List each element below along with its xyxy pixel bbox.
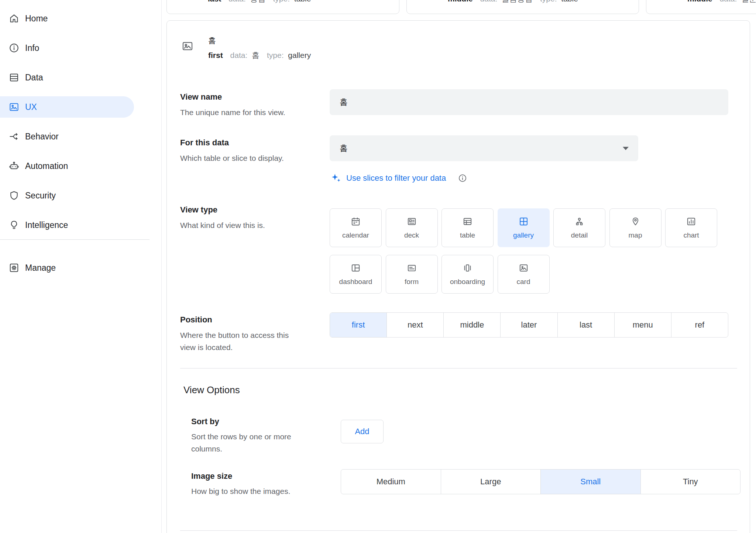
form-icon [406, 263, 417, 275]
sidebar-item-automation[interactable]: Automation [0, 155, 134, 177]
view-card-meta: last data: 응답 type: table [208, 0, 311, 4]
view-type-calendar[interactable]: calendar [330, 208, 382, 247]
view-type-deck[interactable]: deck [386, 208, 438, 247]
view-type-card[interactable]: card [498, 255, 550, 294]
ux-icon [8, 101, 20, 113]
info-icon[interactable] [458, 173, 467, 183]
position-option-first[interactable]: first [330, 313, 386, 337]
view-data-source: 홈 [252, 51, 260, 59]
sidebar-item-label: Data [25, 73, 43, 83]
view-type-onboarding[interactable]: onboarding [441, 255, 494, 294]
chart-icon [686, 216, 697, 228]
gallery-view-icon [181, 40, 194, 52]
view-type-dashboard[interactable]: dashboard [330, 255, 382, 294]
position-option-next[interactable]: next [386, 313, 443, 337]
for-this-data-description: Which table or slice to display. [180, 152, 284, 165]
view-type-value: table [294, 0, 311, 3]
data-source-select[interactable]: 홈 [330, 135, 638, 161]
position-label: Position [180, 315, 212, 325]
view-type-label: View type [180, 205, 217, 215]
sidebar-item-info[interactable]: Info [0, 37, 134, 59]
view-card-partial[interactable]: last data: 응답 type: table [166, 0, 399, 14]
view-type-map[interactable]: map [609, 208, 662, 247]
content-divider [161, 0, 162, 533]
sidebar-item-data[interactable]: Data [0, 67, 134, 88]
sidebar-divider [0, 239, 150, 240]
view-position: first [208, 51, 223, 59]
info-icon [8, 42, 20, 53]
position-option-later[interactable]: later [500, 313, 557, 337]
image-size-description: How big to show the images. [191, 485, 290, 498]
sidebar-item-ux[interactable]: UX [0, 96, 134, 118]
view-options-title: View Options [183, 384, 240, 396]
sort-by-description: Sort the rows by one or more columns. [191, 431, 306, 455]
chevron-down-icon [623, 147, 629, 150]
shield-icon [8, 190, 20, 201]
image-size-option-small[interactable]: Small [540, 470, 640, 494]
gallery-icon [518, 216, 529, 228]
home-icon [8, 13, 20, 24]
add-sort-button[interactable]: Add [341, 420, 384, 443]
sparkle-icon [330, 173, 341, 184]
image-size-option-large[interactable]: Large [441, 470, 541, 494]
sidebar-item-label: Info [25, 43, 39, 53]
view-position: last [208, 0, 221, 3]
view-type-value: table [561, 0, 578, 3]
sidebar: Home Info Data UX Behavior [0, 0, 161, 533]
image-size-option-tiny[interactable]: Tiny [640, 470, 740, 494]
view-card-meta: middle data: 불금응답 type: table [448, 0, 578, 4]
dashboard-icon [350, 263, 361, 275]
sidebar-item-behavior[interactable]: Behavior [0, 126, 134, 147]
view-card-partial[interactable]: middle data: 불금응답 type: table [406, 0, 639, 14]
sidebar-item-security[interactable]: Security [0, 185, 134, 206]
detail-icon [574, 216, 585, 228]
view-name-input[interactable] [330, 89, 728, 115]
view-type-options: calendar deck table gallery detail map [330, 208, 718, 294]
section-divider [180, 530, 737, 531]
image-size-label: Image size [191, 471, 232, 481]
position-option-last[interactable]: last [557, 313, 614, 337]
deck-icon [406, 216, 417, 228]
lightbulb-icon [8, 219, 20, 231]
view-card-partial[interactable]: middle data: 설문 type: table [646, 0, 756, 14]
view-name-label: View name [180, 92, 222, 102]
sort-by-label: Sort by [191, 417, 219, 426]
sidebar-item-label: Security [25, 191, 56, 201]
sidebar-item-intelligence[interactable]: Intelligence [0, 214, 134, 236]
position-option-middle[interactable]: middle [443, 313, 500, 337]
view-type-chart[interactable]: chart [665, 208, 717, 247]
onboarding-icon [462, 263, 473, 275]
view-card-meta: middle data: 설문 type: table [687, 0, 756, 4]
position-option-ref[interactable]: ref [671, 313, 728, 337]
use-slices-row: Use slices to filter your data [330, 173, 467, 184]
sidebar-item-label: Automation [25, 161, 68, 171]
map-pin-icon [630, 216, 641, 228]
view-data-source: 설문 [741, 0, 756, 3]
view-type-detail[interactable]: detail [553, 208, 605, 247]
position-option-menu[interactable]: menu [614, 313, 671, 337]
use-slices-link[interactable]: Use slices to filter your data [346, 173, 446, 183]
view-position: middle [687, 0, 712, 3]
sidebar-item-label: Intelligence [25, 220, 68, 230]
sidebar-item-home[interactable]: Home [0, 8, 134, 29]
manage-gear-icon [8, 262, 20, 273]
automation-icon [8, 160, 20, 172]
view-type-form[interactable]: form [386, 255, 438, 294]
view-card-meta: first data: 홈 type: gallery [208, 50, 311, 60]
section-divider [180, 368, 737, 368]
view-title: 홈 [208, 35, 216, 46]
view-type-value: gallery [288, 51, 311, 59]
table-icon [462, 216, 473, 228]
position-segmented-control: first next middle later last menu ref [330, 312, 728, 338]
view-type-gallery[interactable]: gallery [498, 208, 550, 247]
sidebar-item-manage[interactable]: Manage [0, 257, 134, 278]
view-type-table[interactable]: table [441, 208, 494, 247]
calendar-icon [350, 216, 361, 228]
view-position: middle [448, 0, 473, 3]
sidebar-item-label: Behavior [25, 132, 59, 142]
view-data-source: 응답 [250, 0, 266, 3]
appsheet-editor: Home Info Data UX Behavior [0, 0, 756, 533]
view-name-description: The unique name for this view. [180, 107, 285, 119]
view-editor-card: 홈 first data: 홈 type: gallery View name … [166, 20, 750, 533]
image-size-option-medium[interactable]: Medium [341, 470, 441, 494]
